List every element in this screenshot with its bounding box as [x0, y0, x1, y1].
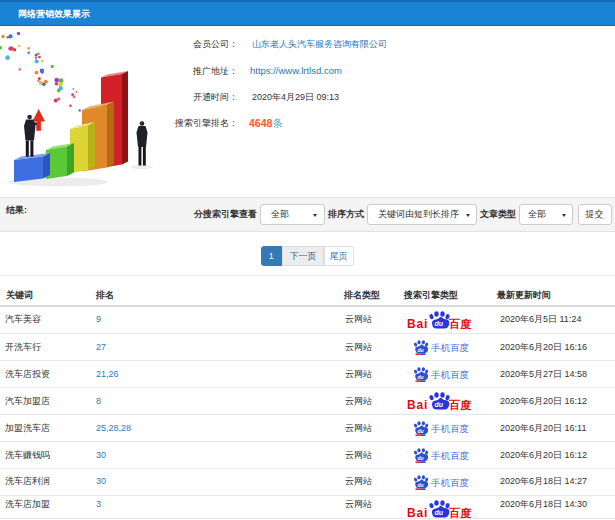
svg-text:du: du	[435, 320, 444, 327]
svg-text:百度: 百度	[448, 318, 472, 330]
svg-text:手机百度: 手机百度	[431, 369, 469, 380]
svg-text:手机百度: 手机百度	[431, 342, 469, 353]
svg-text:百度: 百度	[448, 399, 472, 411]
svg-text:du: du	[435, 509, 444, 516]
svg-text:du: du	[435, 401, 444, 408]
svg-text:Bai: Bai	[407, 317, 428, 331]
svg-text:手机百度: 手机百度	[431, 423, 469, 434]
svg-text:du: du	[418, 428, 424, 434]
svg-text:手机百度: 手机百度	[431, 450, 469, 461]
svg-text:Bai: Bai	[407, 398, 428, 412]
svg-text:百度: 百度	[448, 506, 472, 518]
svg-text:du: du	[418, 482, 424, 488]
svg-text:du: du	[418, 455, 424, 461]
svg-text:手机百度: 手机百度	[431, 477, 469, 488]
svg-text:Bai: Bai	[407, 505, 428, 519]
svg-text:du: du	[418, 374, 424, 380]
svg-text:du: du	[418, 346, 424, 352]
